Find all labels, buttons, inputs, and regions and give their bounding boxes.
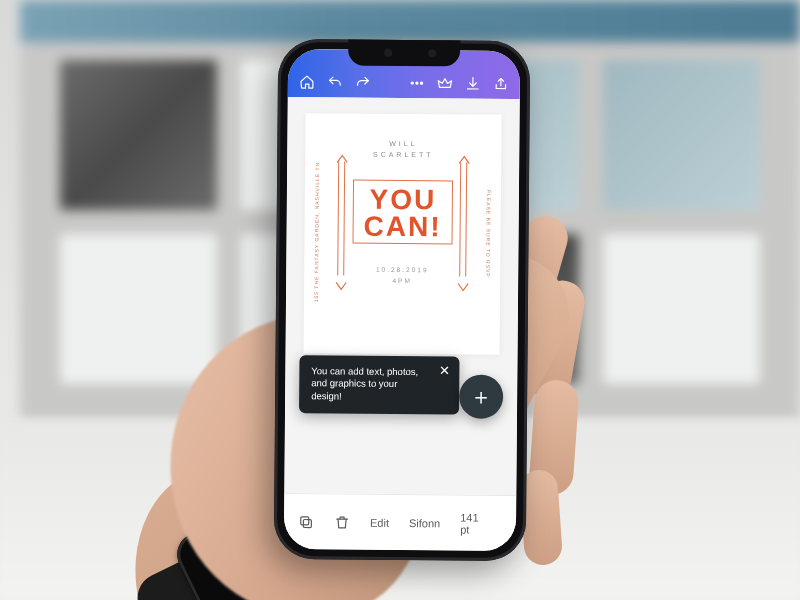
svg-point-0 [411, 82, 413, 84]
chevron-right-icon[interactable] [519, 518, 521, 530]
trash-icon[interactable] [334, 513, 350, 531]
add-button[interactable]: ＋ [459, 375, 503, 419]
hint-tooltip: You can add text, photos, and graphics t… [299, 355, 460, 415]
more-icon[interactable] [408, 74, 426, 92]
home-icon[interactable] [298, 73, 316, 91]
bottom-toolbar: Edit Sifonn 141 pt [284, 493, 516, 551]
tooltip-text: You can add text, photos, and graphics t… [311, 365, 418, 402]
phone-notch [348, 40, 460, 67]
svg-point-2 [420, 82, 422, 84]
edit-label[interactable]: Edit [370, 516, 389, 528]
duplicate-icon[interactable] [298, 513, 314, 531]
svg-rect-5 [301, 516, 309, 524]
headline-text: YOUCAN! [364, 187, 442, 241]
design-canvas[interactable]: 155 THE FANTASY GARDEN, NASHVILLE TN PLE… [284, 97, 519, 495]
design-card[interactable]: 155 THE FANTASY GARDEN, NASHVILLE TN PLE… [304, 113, 502, 355]
font-size-label[interactable]: 141 pt [460, 511, 479, 535]
font-name-label[interactable]: Sifonn [409, 517, 440, 529]
crown-icon[interactable] [436, 74, 454, 92]
right-vertical-text: PLEASE BE SURE TO RSVP [484, 163, 493, 305]
headline-box[interactable]: YOUCAN! [352, 180, 453, 244]
svg-rect-4 [303, 519, 311, 527]
undo-icon[interactable] [326, 73, 344, 91]
left-vertical-text: 155 THE FANTASY GARDEN, NASHVILLE TN [312, 161, 321, 303]
share-icon[interactable] [492, 75, 510, 93]
close-icon[interactable]: ✕ [437, 364, 451, 378]
phone-device: 155 THE FANTASY GARDEN, NASHVILLE TN PLE… [274, 39, 531, 561]
app-screen: 155 THE FANTASY GARDEN, NASHVILLE TN PLE… [284, 49, 520, 551]
redo-icon[interactable] [354, 74, 372, 92]
download-icon[interactable] [464, 75, 482, 93]
right-arrow-deco [456, 154, 471, 284]
background-scene: 155 THE FANTASY GARDEN, NASHVILLE TN PLE… [0, 0, 800, 600]
left-arrow-deco [334, 153, 349, 283]
svg-point-1 [416, 82, 418, 84]
